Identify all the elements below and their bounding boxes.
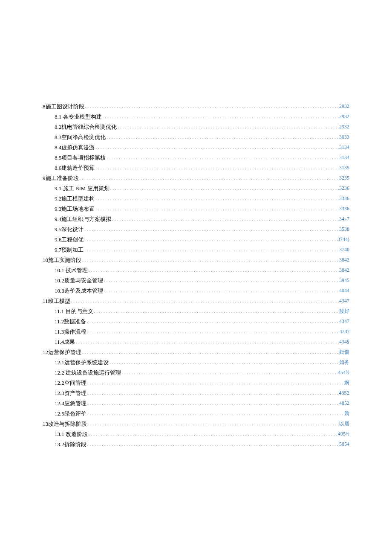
toc-page-number[interactable]: 3236: [339, 184, 349, 193]
toc-page-number[interactable]: 3945: [339, 276, 349, 285]
toc-dots: [111, 217, 339, 224]
toc-entry: 13.2 拆除阶段 5054: [55, 439, 349, 449]
toc-entry: 9.7 预制加工 3740: [55, 244, 349, 255]
toc-entry: 9. 1 施工 BIM 应用策划 3236: [55, 183, 349, 193]
toc-entry-title: 预制加工: [61, 245, 84, 255]
toc-page-number[interactable]: 以居: [339, 419, 349, 429]
toc-entry: 11 竣工模型 4347: [43, 296, 349, 306]
toc-page-number[interactable]: 4044: [339, 286, 349, 296]
toc-page-number[interactable]: 434§: [339, 337, 349, 347]
toc-entry-number: 9.6: [55, 235, 61, 244]
toc-entry: 13. 1 改造阶段 495½: [55, 429, 349, 439]
toc-entry-title: 施工组织与方案模拟: [61, 214, 111, 224]
toc-dots: [88, 268, 339, 275]
toc-entry-number: 11.2: [55, 317, 64, 326]
toc-page-number[interactable]: 3336: [339, 194, 349, 203]
toc-entry-title: 1 目的与意义: [61, 306, 93, 316]
toc-entry-number: 8.3: [55, 132, 61, 142]
toc-page-number[interactable]: 购: [344, 409, 349, 418]
toc-page-number[interactable]: 434?: [340, 327, 349, 337]
toc-entry-number: 9.2: [55, 194, 61, 203]
toc-dots: [84, 238, 337, 244]
toc-page-number[interactable]: 3033: [339, 133, 349, 142]
toc-entry-number: 13: [43, 419, 48, 429]
toc-entry-title: 1 技术管理: [61, 265, 88, 275]
toc-dots: [81, 258, 339, 265]
toc-entry-number: 8.2: [55, 122, 61, 132]
toc-dots: [86, 412, 344, 418]
toc-entry-number: 10.2: [55, 276, 64, 285]
toc-page-number[interactable]: 3740: [339, 245, 349, 255]
toc-page-number[interactable]: 妣傷: [339, 348, 349, 357]
toc-dots: [106, 135, 339, 142]
toc-entry: 11.4 成果 434§: [55, 337, 349, 347]
toc-page-number[interactable]: 4852: [339, 399, 349, 408]
toc-dots: [84, 248, 339, 255]
toc-page-number[interactable]: 如务: [339, 358, 349, 367]
toc-page-number[interactable]: 2932: [339, 102, 349, 111]
toc-page-number[interactable]: 3134: [339, 143, 349, 152]
toc-dots: [95, 207, 339, 214]
toc-dots: [93, 309, 339, 316]
toc-entry: 9.4 施工组织与方案模拟 34»7: [55, 214, 349, 224]
toc-entry-title: 绿色评价: [64, 409, 86, 418]
toc-entry-title: 工程创优: [61, 235, 84, 244]
toc-entry-title: 运营保护管理: [48, 347, 81, 357]
toc-page-number[interactable]: 3336: [339, 204, 349, 214]
toc-page-number[interactable]: 4347: [339, 296, 349, 306]
toc-entry: 12.2 空间管理 婀: [55, 378, 349, 388]
toc-page-number[interactable]: 48S2: [339, 389, 349, 398]
toc-entry: 12. 2 建筑设备设施运行管理 454½: [55, 367, 349, 378]
toc-entry: 9.6 工程创优 3744): [55, 234, 349, 244]
toc-entry-number: 12.5: [55, 409, 64, 418]
toc-entry-number: 9.4: [55, 214, 61, 224]
toc-entry-title: 1 改造阶段: [61, 429, 88, 439]
toc-entry: 8. 1 各专业模型构建 2932: [55, 111, 349, 122]
toc-entry: 11. 1 目的与意义 簇好: [55, 306, 349, 316]
toc-entry-number: 12.2: [55, 378, 64, 388]
toc-entry: 9.3 施工场地布置 3336: [55, 203, 349, 214]
toc-entry-title: 空间管理: [64, 378, 86, 388]
toc-page-number[interactable]: 3842: [339, 256, 349, 265]
toc-entry: 12.5 绿色评价 购: [55, 408, 349, 418]
toc-page-number[interactable]: 2932: [339, 112, 349, 122]
toc-page-number[interactable]: 2932: [339, 122, 349, 132]
toc-page-number[interactable]: 3538: [339, 225, 349, 234]
toc-entry: 12 运营保护管理 妣傷: [43, 347, 349, 357]
toc-page-number[interactable]: 婀: [344, 378, 349, 388]
toc-page-number[interactable]: 3744): [337, 235, 349, 244]
toc-page-number[interactable]: 4347: [339, 317, 349, 326]
toc-page-number[interactable]: 454½: [338, 368, 349, 378]
toc-page-number[interactable]: 5054: [339, 440, 349, 449]
toc-page-number[interactable]: 簇好: [339, 307, 349, 316]
toc-entry-title: 拆除阶段: [64, 439, 86, 449]
toc-entry: 10. 1 技术管理 3842: [55, 265, 349, 275]
toc-entry-number: 12: [43, 347, 48, 357]
toc-entry-title: 项目各项指标第核: [61, 153, 106, 163]
toc-page-number[interactable]: 3135: [339, 163, 349, 173]
toc-entry: 11.2 数据准备 4347: [55, 316, 349, 326]
toc-entry-number: 11.: [55, 306, 61, 316]
toc-page-number[interactable]: 495½: [338, 430, 349, 439]
toc-entry-title: 虚拟仿真漫游: [61, 142, 95, 152]
toc-entry-title: 数据准备: [64, 317, 86, 326]
toc-dots: [86, 330, 339, 337]
toc-dots: [95, 145, 339, 152]
toc-entry-title: 1 施工 BIM 应用策划: [59, 183, 110, 193]
toc-entry-title: 应急管理: [64, 398, 86, 408]
toc-entry-number: 12.1: [55, 357, 64, 367]
toc-dots: [103, 279, 339, 285]
toc-dots: [84, 227, 339, 234]
toc-page-number[interactable]: 34»7: [339, 215, 349, 224]
toc-dots: [86, 401, 339, 408]
toc-entry-number: 8.: [55, 112, 59, 122]
toc-page-number[interactable]: 3134: [339, 153, 349, 163]
toc-entry-title: 资产管理: [64, 388, 86, 398]
toc-page-number[interactable]: 3842: [339, 266, 349, 275]
toc-page-number[interactable]: 3235: [339, 174, 349, 183]
toc-dots: [95, 166, 339, 173]
toc-entry-title: 成果: [64, 337, 75, 347]
toc-entry: 12.4 应急管理 4852: [55, 398, 349, 408]
toc-dots: [87, 422, 339, 429]
toc-dots: [95, 197, 339, 203]
